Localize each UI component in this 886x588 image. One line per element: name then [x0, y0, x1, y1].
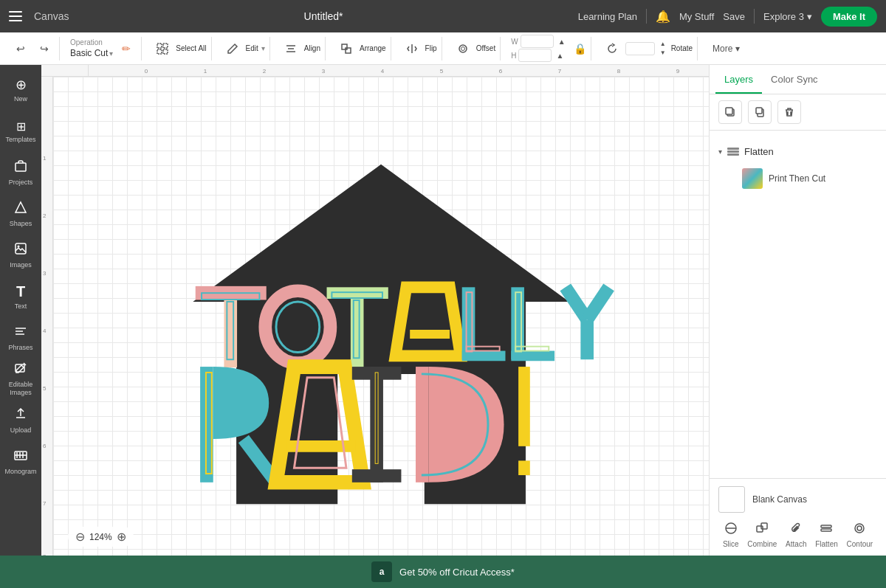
redo-button[interactable]: ↪	[34, 38, 55, 59]
canvas-scroll: 1 2 3 4 5 6 7 8	[41, 77, 709, 556]
sidebar-item-templates[interactable]: ⊞ Templates	[3, 112, 38, 151]
size-w-spinner-up[interactable]: ▲	[556, 35, 568, 47]
rotate-input[interactable]	[625, 42, 655, 55]
learning-plan-link[interactable]: Learning Plan	[578, 11, 637, 22]
zoom-out-button[interactable]: ⊖	[75, 530, 85, 544]
contour-label: Contour	[847, 540, 873, 548]
sidebar-item-new[interactable]: ⊕ New	[3, 71, 38, 109]
edit-button[interactable]	[222, 38, 243, 59]
copy-layer-button[interactable]	[718, 100, 742, 124]
bell-icon[interactable]: 🔔	[656, 10, 670, 24]
offset-label: Offset	[476, 44, 496, 52]
new-icon: ⊕	[16, 77, 27, 93]
layer-chevron-icon: ▾	[718, 148, 722, 156]
layer-group-flatten-label: Flatten	[744, 146, 774, 157]
vertical-ruler: 1 2 3 4 5 6 7 8	[41, 77, 53, 556]
artwork-container	[145, 157, 617, 511]
monogram-icon	[14, 449, 27, 466]
operation-dropdown[interactable]: Basic Cut ▾	[70, 48, 113, 58]
ruler-mark-7: 7	[558, 68, 561, 75]
make-it-button[interactable]: Make It	[821, 7, 877, 27]
sidebar-item-projects[interactable]: Projects	[3, 153, 38, 192]
svg-rect-65	[756, 108, 762, 114]
svg-rect-67	[727, 151, 739, 153]
sidebar-item-upload[interactable]: Upload	[3, 401, 38, 440]
attach-button[interactable]: Attach	[786, 522, 806, 548]
svg-rect-3	[163, 49, 168, 54]
sidebar-item-label-editable: Editable Images	[3, 381, 38, 397]
rotate-label: Rotate	[671, 44, 693, 52]
attach-icon	[789, 522, 803, 538]
slice-button[interactable]: Slice	[723, 522, 739, 548]
align-button[interactable]	[281, 38, 301, 59]
rotate-down-button[interactable]: ▼	[658, 49, 668, 58]
operation-label: Operation	[70, 38, 113, 46]
ruler-mark-6: 6	[499, 68, 502, 75]
lock-icon[interactable]: 🔒	[574, 43, 586, 55]
align-label: Align	[304, 44, 320, 52]
undo-button[interactable]: ↩	[10, 38, 31, 59]
operation-value: Basic Cut	[70, 48, 108, 58]
promo-text: Get 50% off Cricut Access*	[399, 567, 515, 578]
arrange-button[interactable]	[336, 38, 357, 59]
main-area: ⊕ New ⊞ Templates Projects Shapes Images	[0, 65, 886, 556]
ruler-vmark-2: 2	[43, 212, 46, 219]
nav-right: Learning Plan 🔔 My Stuff Save Explore 3 …	[578, 7, 877, 27]
layer-group-flatten-header[interactable]: ▾ Flatten	[718, 139, 877, 164]
svg-rect-8	[346, 48, 351, 53]
sidebar-item-images[interactable]: Images	[3, 236, 38, 274]
offset-button[interactable]	[453, 38, 473, 59]
my-stuff-link[interactable]: My Stuff	[679, 11, 714, 22]
tab-color-sync[interactable]: Color Sync	[762, 65, 827, 94]
arrange-label: Arrange	[360, 44, 386, 52]
combine-label: Combine	[747, 540, 777, 548]
toolbar: ↩ ↪ Operation Basic Cut ▾ ✏ Select All E…	[0, 32, 886, 65]
layer-group-flatten: ▾ Flatten Print Then Cut	[710, 136, 886, 196]
machine-selector[interactable]: Explore 3 ▾	[763, 11, 812, 22]
svg-rect-33	[351, 299, 364, 367]
svg-rect-43	[511, 287, 524, 359]
layer-item-print-then-cut[interactable]: Print Then Cut	[718, 164, 877, 193]
sidebar-item-shapes[interactable]: Shapes	[3, 195, 38, 233]
zoom-in-button[interactable]: ⊕	[117, 530, 126, 544]
ruler-vmark-1: 1	[43, 155, 46, 162]
sidebar-item-phrases[interactable]: Phrases	[3, 319, 38, 357]
rotate-up-button[interactable]: ▲	[658, 40, 668, 49]
editable-images-icon	[14, 362, 27, 378]
canvas-inner[interactable]: ⊖ 124% ⊕	[53, 77, 709, 556]
more-button[interactable]: More ▾	[708, 38, 744, 59]
slice-label: Slice	[723, 540, 739, 548]
ruler-mark-0: 0	[145, 68, 148, 75]
svg-rect-74	[821, 529, 831, 531]
size-h-spinner-up[interactable]: ▲	[554, 49, 566, 61]
rotate-button[interactable]	[602, 38, 622, 59]
svg-rect-40	[462, 350, 506, 361]
svg-rect-59	[416, 367, 429, 482]
paste-layer-button[interactable]	[748, 100, 772, 124]
svg-rect-55	[370, 367, 383, 482]
size-w-input[interactable]	[521, 35, 554, 48]
upload-icon	[14, 407, 27, 424]
edit-pen-button[interactable]: ✏	[116, 38, 137, 59]
sidebar-item-monogram[interactable]: Monogram	[3, 443, 38, 481]
promo-bar[interactable]: a Get 50% off Cricut Access*	[0, 556, 886, 588]
svg-marker-12	[16, 202, 26, 212]
svg-rect-0	[157, 44, 162, 48]
size-h-input[interactable]	[518, 49, 552, 62]
select-all-button[interactable]	[152, 38, 173, 59]
combine-button[interactable]: Combine	[747, 522, 777, 548]
sidebar-item-editable-images[interactable]: Editable Images	[3, 360, 38, 398]
flip-button[interactable]	[402, 38, 422, 59]
ruler-vmark-6: 6	[43, 443, 46, 449]
delete-layer-button[interactable]	[777, 100, 801, 124]
sidebar-item-text[interactable]: T Text	[3, 277, 38, 316]
contour-button[interactable]: Contour	[847, 522, 873, 548]
flatten-button[interactable]: Flatten	[815, 522, 838, 548]
svg-rect-63	[726, 108, 732, 114]
tab-layers[interactable]: Layers	[715, 65, 762, 94]
save-button[interactable]: Save	[723, 11, 745, 22]
sidebar-item-label-upload: Upload	[10, 426, 32, 435]
nav-divider-1	[646, 9, 647, 24]
horizontal-ruler: 0 1 2 3 4 5 6 7 8 9 10 11	[89, 65, 709, 77]
hamburger-menu[interactable]	[9, 11, 22, 21]
